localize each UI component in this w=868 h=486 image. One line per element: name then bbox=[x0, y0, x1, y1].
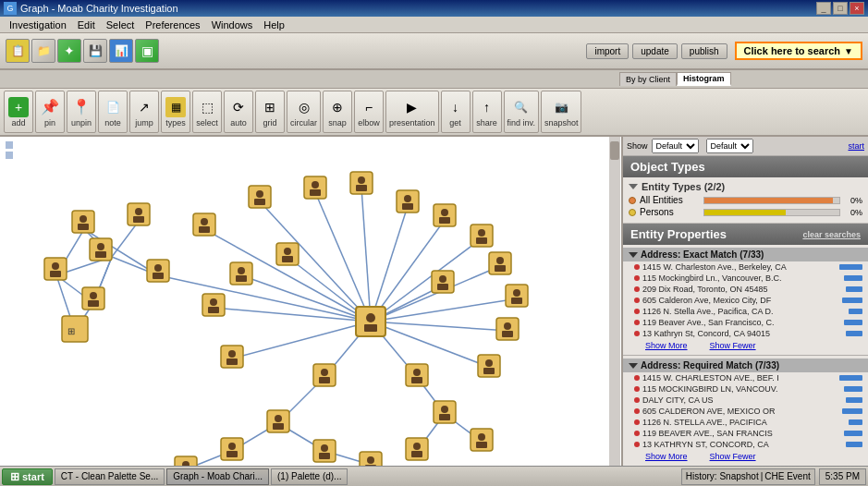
toolbar-icon-chart[interactable]: 📊 bbox=[109, 39, 133, 63]
tab-by-client[interactable]: By by Client bbox=[619, 72, 677, 86]
prop-dot bbox=[634, 275, 640, 281]
svg-rect-1 bbox=[6, 141, 13, 149]
pin-button[interactable]: 📌 pin bbox=[35, 91, 65, 133]
triangle-icon bbox=[629, 184, 638, 189]
svg-point-119 bbox=[275, 415, 282, 422]
auto-button[interactable]: ⟳ auto bbox=[224, 91, 253, 133]
update-button[interactable]: update bbox=[632, 43, 678, 59]
taskbar-window-ct[interactable]: CT - Clean Palette Se... bbox=[55, 468, 165, 485]
prop-bar bbox=[849, 309, 862, 314]
circular-button[interactable]: ◎ circular bbox=[287, 91, 321, 133]
prop-bar bbox=[844, 320, 862, 325]
prop-bar bbox=[846, 442, 862, 447]
maximize-button[interactable]: □ bbox=[833, 2, 848, 15]
svg-rect-105 bbox=[208, 307, 219, 313]
select-icon: ⬚ bbox=[197, 97, 217, 117]
entity-row-all: All Entities 0% bbox=[629, 195, 862, 205]
svg-rect-120 bbox=[273, 423, 284, 430]
select-button[interactable]: ⬚ select bbox=[192, 91, 222, 133]
svg-rect-59 bbox=[62, 316, 88, 342]
svg-rect-81 bbox=[476, 237, 487, 244]
get-button[interactable]: ↓ get bbox=[441, 91, 471, 133]
click-here-search[interactable]: Click here to search ▼ bbox=[735, 42, 862, 60]
svg-point-71 bbox=[358, 176, 365, 184]
prop-bar bbox=[844, 431, 862, 436]
menu-preferences[interactable]: Preferences bbox=[140, 18, 205, 32]
note-button[interactable]: 📄 note bbox=[98, 91, 128, 133]
toolbar-icon-new[interactable]: ✦ bbox=[57, 39, 81, 63]
toolbar-icon-1[interactable]: 📋 bbox=[6, 39, 30, 63]
prop-bar bbox=[844, 275, 862, 281]
svg-point-134 bbox=[441, 406, 448, 413]
unpin-button[interactable]: 📍 unpin bbox=[67, 91, 96, 133]
prop-dot bbox=[634, 386, 640, 392]
menu-select[interactable]: Select bbox=[101, 18, 141, 32]
graph-area[interactable]: ⊞ bbox=[0, 137, 623, 475]
svg-point-77 bbox=[441, 209, 448, 216]
close-button[interactable]: × bbox=[850, 2, 864, 15]
prop-item: 1126 N. Stella Ave., Pacifica, CA D. bbox=[623, 306, 868, 317]
prop-dot bbox=[634, 442, 640, 447]
prop-dot bbox=[634, 298, 640, 303]
share-icon: ↑ bbox=[477, 97, 497, 117]
find-icon: 🔍 bbox=[511, 97, 532, 117]
prop-dot bbox=[634, 431, 640, 436]
by-select[interactable]: Default bbox=[706, 139, 753, 153]
types-button[interactable]: ▦ types bbox=[161, 91, 190, 133]
taskbar-window-graph[interactable]: Graph - Moab Chari... bbox=[166, 468, 269, 485]
app-icon: G bbox=[4, 2, 17, 15]
snap-button[interactable]: ⊕ snap bbox=[323, 91, 352, 133]
clear-searches-link[interactable]: clear searches bbox=[802, 230, 861, 239]
taskbar-window-palette[interactable]: (1) Palette (d)... bbox=[271, 468, 348, 485]
right-panel: Show Default Default start Object Types … bbox=[623, 137, 868, 475]
toolbar-icon-save[interactable]: 💾 bbox=[83, 39, 107, 63]
menu-investigation[interactable]: Investigation bbox=[4, 18, 72, 32]
add-icon: + bbox=[8, 97, 29, 117]
che-event-label: CHE Event bbox=[764, 471, 810, 481]
prop-bar bbox=[846, 397, 862, 403]
svg-point-122 bbox=[228, 443, 236, 450]
presentation-button[interactable]: ▶ presentation bbox=[385, 91, 439, 133]
minimize-button[interactable]: _ bbox=[816, 2, 831, 15]
add-button[interactable]: + add bbox=[4, 91, 33, 133]
snapshot-button[interactable]: 📷 snapshot bbox=[541, 91, 582, 133]
svg-rect-102 bbox=[236, 275, 247, 282]
prop-item: 13 KATHRYN ST, CONCORD, CA bbox=[623, 439, 868, 450]
prop-bar bbox=[849, 419, 862, 425]
toolbar-icon-5[interactable]: ▣ bbox=[135, 39, 159, 63]
svg-rect-114 bbox=[319, 377, 330, 383]
entity-bar-all bbox=[703, 197, 840, 204]
svg-rect-111 bbox=[364, 324, 377, 332]
prop-dot bbox=[634, 309, 640, 314]
show-more-exact[interactable]: Show More bbox=[634, 340, 693, 351]
svg-point-62 bbox=[201, 218, 208, 225]
entity-bar-fill-persons bbox=[704, 210, 786, 215]
svg-point-95 bbox=[439, 275, 446, 283]
prop-dot bbox=[634, 397, 640, 403]
grid-button[interactable]: ⊞ grid bbox=[255, 91, 285, 133]
prop-dot bbox=[634, 408, 640, 414]
show-fewer-required[interactable]: Show Fewer bbox=[699, 451, 762, 462]
find-button[interactable]: 🔍 find inv. bbox=[504, 91, 539, 133]
svg-point-74 bbox=[404, 195, 411, 202]
share-button[interactable]: ↑ share bbox=[472, 91, 502, 133]
publish-button[interactable]: publish bbox=[681, 43, 727, 59]
prop-bar bbox=[846, 331, 862, 336]
jump-button[interactable]: ↗ jump bbox=[129, 91, 159, 133]
elbow-button[interactable]: ⌐ elbow bbox=[354, 91, 384, 133]
pin-icon: 📌 bbox=[40, 97, 60, 117]
start-button[interactable]: ⊞ start bbox=[2, 468, 53, 485]
menu-windows[interactable]: Windows bbox=[206, 18, 259, 32]
toolbar-icon-2[interactable]: 📁 bbox=[31, 39, 55, 63]
start-search-link[interactable]: start bbox=[848, 141, 864, 151]
show-more-required[interactable]: Show More bbox=[634, 451, 693, 462]
tab-histogram[interactable]: Histogram bbox=[677, 72, 731, 86]
show-more-row-required: Show More Show Fewer bbox=[623, 450, 868, 463]
show-select[interactable]: Default bbox=[652, 139, 699, 153]
import-button[interactable]: import bbox=[586, 43, 629, 59]
svg-point-140 bbox=[478, 433, 485, 441]
menu-edit[interactable]: Edit bbox=[72, 18, 101, 32]
svg-rect-99 bbox=[282, 256, 293, 262]
menu-help[interactable]: Help bbox=[258, 18, 290, 32]
show-fewer-exact[interactable]: Show Fewer bbox=[699, 340, 762, 351]
